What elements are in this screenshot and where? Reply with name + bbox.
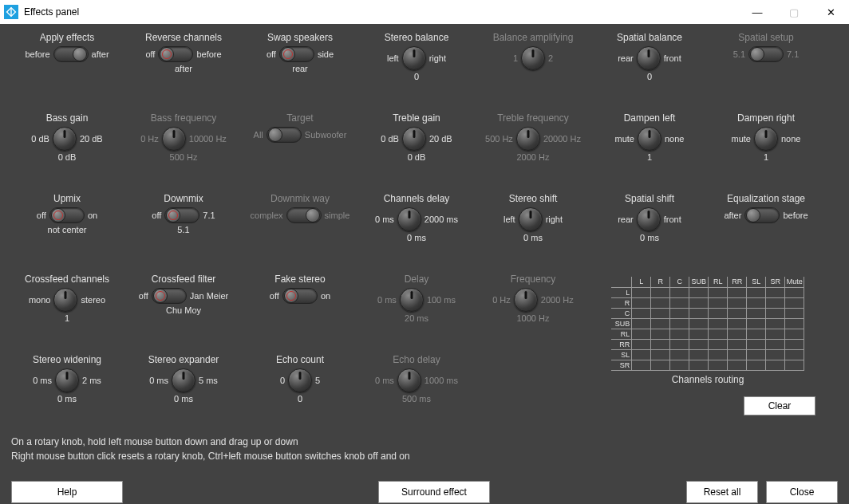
stereo-expander-knob[interactable] xyxy=(172,368,195,392)
routing-cell-SL-RL[interactable] xyxy=(709,349,728,360)
routing-cell-R-L[interactable] xyxy=(632,297,651,308)
routing-cell-SL-RR[interactable] xyxy=(728,349,747,360)
surround-effect-button[interactable]: Surround effect xyxy=(378,481,490,503)
routing-cell-RR-RL[interactable] xyxy=(709,339,728,349)
downmix-way-toggle[interactable] xyxy=(286,207,322,223)
close-button[interactable]: Close xyxy=(766,481,838,503)
routing-cell-R-Mute[interactable] xyxy=(785,297,804,308)
routing-cell-RR-SUB[interactable] xyxy=(689,339,709,349)
routing-cell-SL-L[interactable] xyxy=(632,349,651,360)
help-button[interactable]: Help xyxy=(11,481,123,503)
routing-cell-R-SL[interactable] xyxy=(747,297,766,308)
close-window-button[interactable]: ✕ xyxy=(812,0,849,24)
stereo-shift-knob[interactable] xyxy=(519,207,543,231)
routing-cell-C-R[interactable] xyxy=(651,308,670,318)
routing-cell-RR-L[interactable] xyxy=(632,339,651,349)
routing-cell-SUB-SUB[interactable] xyxy=(689,318,709,329)
routing-cell-RL-RR[interactable] xyxy=(728,329,747,339)
routing-cell-RL-SUB[interactable] xyxy=(689,329,709,339)
minimize-button[interactable]: — xyxy=(739,0,776,24)
stereo-balance-knob[interactable] xyxy=(402,46,426,70)
routing-cell-SL-SL[interactable] xyxy=(747,349,766,360)
routing-cell-C-RL[interactable] xyxy=(709,308,728,318)
routing-cell-SUB-Mute[interactable] xyxy=(785,318,804,329)
routing-cell-RL-R[interactable] xyxy=(651,329,670,339)
routing-cell-SL-Mute[interactable] xyxy=(785,349,804,360)
frequency-knob[interactable] xyxy=(514,288,538,312)
channels-delay-knob[interactable] xyxy=(397,207,421,231)
routing-cell-C-SR[interactable] xyxy=(766,308,785,318)
routing-cell-SUB-L[interactable] xyxy=(632,318,651,329)
routing-cell-RL-Mute[interactable] xyxy=(785,329,804,339)
routing-cell-C-Mute[interactable] xyxy=(785,308,804,318)
treble-gain-knob[interactable] xyxy=(402,127,426,151)
routing-cell-C-C[interactable] xyxy=(670,308,689,318)
bass-gain-knob[interactable] xyxy=(53,127,77,151)
routing-cell-R-RR[interactable] xyxy=(728,297,747,308)
routing-cell-SUB-SL[interactable] xyxy=(747,318,766,329)
routing-cell-L-RL[interactable] xyxy=(709,287,728,297)
routing-cell-SR-C[interactable] xyxy=(670,360,689,370)
routing-cell-SR-RR[interactable] xyxy=(728,360,747,370)
channels-routing-grid[interactable]: LRCSUBRLRRSLSRMute LRCSUBRLRRSLSR xyxy=(611,277,805,371)
spatial-setup-toggle[interactable] xyxy=(748,46,784,62)
routing-cell-L-SUB[interactable] xyxy=(689,287,709,297)
routing-cell-SR-Mute[interactable] xyxy=(785,360,804,370)
routing-cell-RR-RR[interactable] xyxy=(728,339,747,349)
routing-cell-SR-SUB[interactable] xyxy=(689,360,709,370)
spatial-balance-knob[interactable] xyxy=(637,46,661,70)
routing-cell-R-RL[interactable] xyxy=(709,297,728,308)
routing-cell-SR-SR[interactable] xyxy=(766,360,785,370)
crossfeed-channels-knob[interactable] xyxy=(53,288,77,312)
upmix-toggle[interactable] xyxy=(49,207,85,223)
routing-cell-SUB-RR[interactable] xyxy=(728,318,747,329)
routing-cell-C-RR[interactable] xyxy=(728,308,747,318)
reset-all-button[interactable]: Reset all xyxy=(686,481,758,503)
echo-delay-knob[interactable] xyxy=(397,368,421,392)
routing-cell-RR-R[interactable] xyxy=(651,339,670,349)
routing-cell-L-SR[interactable] xyxy=(766,287,785,297)
maximize-button[interactable]: ▢ xyxy=(776,0,812,24)
routing-cell-RR-SR[interactable] xyxy=(766,339,785,349)
routing-cell-R-R[interactable] xyxy=(651,297,670,308)
routing-cell-SL-C[interactable] xyxy=(670,349,689,360)
routing-cell-L-R[interactable] xyxy=(651,287,670,297)
routing-cell-RL-L[interactable] xyxy=(632,329,651,339)
apply-effects-toggle[interactable] xyxy=(53,46,89,62)
spatial-shift-knob[interactable] xyxy=(637,207,661,231)
treble-freq-knob[interactable] xyxy=(516,127,540,151)
dampen-left-knob[interactable] xyxy=(638,127,661,151)
stereo-widening-knob[interactable] xyxy=(55,368,79,392)
swap-speakers-toggle[interactable] xyxy=(279,46,314,62)
fake-stereo-toggle[interactable] xyxy=(282,288,318,304)
routing-cell-SR-R[interactable] xyxy=(651,360,670,370)
equalization-stage-toggle[interactable] xyxy=(744,207,780,223)
crossfeed-filter-toggle[interactable] xyxy=(152,288,187,304)
target-toggle[interactable] xyxy=(267,127,302,143)
balance-amplifying-knob[interactable] xyxy=(521,46,545,70)
routing-cell-L-C[interactable] xyxy=(670,287,689,297)
routing-cell-SL-SUB[interactable] xyxy=(689,349,709,360)
routing-cell-RR-SL[interactable] xyxy=(747,339,766,349)
routing-cell-C-L[interactable] xyxy=(632,308,651,318)
bass-freq-knob[interactable] xyxy=(162,127,186,151)
clear-button[interactable]: Clear xyxy=(744,396,815,415)
routing-cell-RL-SL[interactable] xyxy=(747,329,766,339)
routing-cell-SR-RL[interactable] xyxy=(709,360,728,370)
echo-count-knob[interactable] xyxy=(288,368,312,392)
dampen-right-knob[interactable] xyxy=(754,127,778,151)
downmix-toggle[interactable] xyxy=(164,207,199,223)
routing-cell-RL-SR[interactable] xyxy=(766,329,785,339)
routing-cell-L-Mute[interactable] xyxy=(785,287,804,297)
routing-cell-RR-Mute[interactable] xyxy=(785,339,804,349)
routing-cell-C-SL[interactable] xyxy=(747,308,766,318)
routing-cell-SUB-SR[interactable] xyxy=(766,318,785,329)
routing-cell-L-L[interactable] xyxy=(632,287,651,297)
routing-cell-C-SUB[interactable] xyxy=(689,308,709,318)
routing-cell-SUB-R[interactable] xyxy=(651,318,670,329)
reverse-channels-toggle[interactable] xyxy=(158,46,193,62)
delay-knob[interactable] xyxy=(400,288,424,312)
routing-cell-SL-R[interactable] xyxy=(651,349,670,360)
routing-cell-L-SL[interactable] xyxy=(747,287,766,297)
routing-cell-SL-SR[interactable] xyxy=(766,349,785,360)
